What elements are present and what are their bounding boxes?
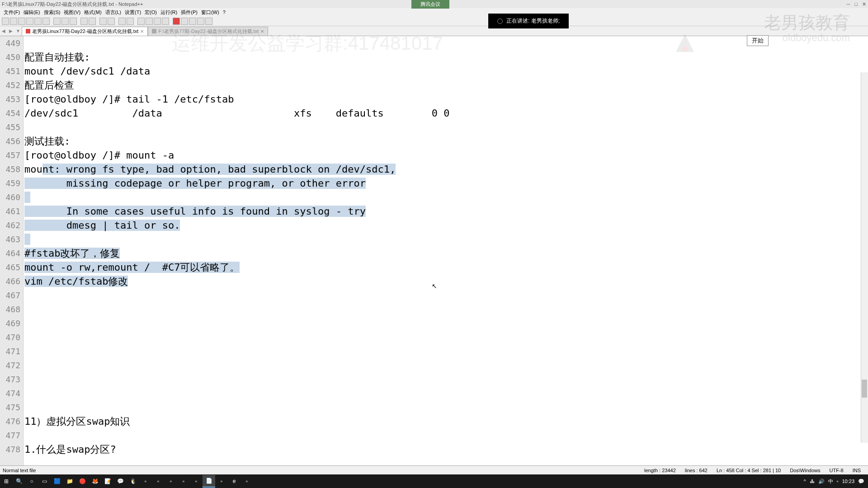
record-macro-button[interactable] xyxy=(173,18,180,25)
menu-search[interactable]: 搜索(S) xyxy=(42,9,62,16)
close-file-button[interactable] xyxy=(34,18,42,25)
code-line[interactable] xyxy=(24,232,868,246)
save-button[interactable] xyxy=(18,18,25,25)
code-line[interactable] xyxy=(24,190,868,204)
save-macro-button[interactable] xyxy=(205,18,212,25)
maximize-button[interactable]: □ xyxy=(854,1,858,7)
indent-button[interactable] xyxy=(154,18,161,25)
code-content[interactable]: 配置自动挂载:mount /dev/sdc1 /data配置后检查[root@o… xyxy=(24,36,868,465)
taskbar-app[interactable]: 🔴 xyxy=(76,475,89,488)
code-line[interactable]: [root@oldboy /]# mount -a xyxy=(24,148,868,162)
code-line[interactable] xyxy=(24,120,868,134)
code-line[interactable] xyxy=(24,302,868,316)
tray-chevron-icon[interactable]: ^ xyxy=(803,479,806,484)
code-line[interactable]: vim /etc/fstab修改 xyxy=(24,274,868,288)
code-line[interactable]: 测试挂载: xyxy=(24,134,868,148)
scroll-thumb[interactable] xyxy=(862,380,867,398)
code-line[interactable]: missing codepage or helper program, or o… xyxy=(24,176,868,190)
taskbar-app[interactable]: ▫ xyxy=(152,475,165,488)
code-line[interactable]: mount: wrong fs type, bad option, bad su… xyxy=(24,162,868,176)
zoom-in-button[interactable] xyxy=(118,18,126,25)
code-line[interactable]: 1.什么是swap分区? xyxy=(24,442,868,456)
vertical-scrollbar[interactable] xyxy=(861,72,868,443)
taskbar-app[interactable]: 🟦 xyxy=(51,475,63,488)
tray-clock[interactable]: 10:23 xyxy=(842,479,854,484)
wordwrap-button[interactable] xyxy=(137,18,145,25)
code-line[interactable] xyxy=(24,344,868,358)
code-line[interactable] xyxy=(24,288,868,302)
tab-inactive[interactable]: F:\老男孩77期-Day22-磁盘分区格式化挂载.txt ✕ xyxy=(148,27,268,36)
outdent-button[interactable] xyxy=(162,18,169,25)
menu-run[interactable]: 运行(R) xyxy=(159,9,179,16)
minimize-button[interactable]: ─ xyxy=(847,1,850,7)
taskbar-app[interactable]: 🦊 xyxy=(89,475,101,488)
taskbar-app[interactable]: 🐧 xyxy=(127,475,139,488)
tray-ime-icon[interactable]: 中 xyxy=(828,478,833,485)
taskbar-app[interactable]: ▫ xyxy=(177,475,190,488)
print-button[interactable] xyxy=(42,18,50,25)
cut-button[interactable] xyxy=(53,18,61,25)
code-line[interactable] xyxy=(24,400,868,414)
search-button[interactable]: 🔍 xyxy=(13,475,25,488)
code-line[interactable]: dmesg | tail or so. xyxy=(24,218,868,232)
redo-button[interactable] xyxy=(89,18,96,25)
code-line[interactable]: mount -o rw,remount / #C7可以省略了。 xyxy=(24,260,868,274)
code-line[interactable] xyxy=(24,372,868,386)
taskbar-app[interactable]: ▫ xyxy=(190,475,203,488)
taskview-button[interactable]: ▭ xyxy=(38,475,51,488)
replace-button[interactable] xyxy=(108,18,115,25)
code-line[interactable]: /dev/sdc1 /data xfs defaults 0 0 xyxy=(24,106,868,120)
close-button[interactable]: ✕ xyxy=(862,1,866,7)
code-line[interactable] xyxy=(24,36,868,50)
tray-network-icon[interactable]: 🖧 xyxy=(810,479,815,484)
taskbar-app[interactable]: ▫ xyxy=(241,475,253,488)
zoom-out-button[interactable] xyxy=(127,18,134,25)
code-line[interactable] xyxy=(24,358,868,372)
start-menu-button[interactable]: ⊞ xyxy=(0,475,13,488)
code-line[interactable] xyxy=(24,330,868,344)
taskbar-app[interactable]: 📝 xyxy=(101,475,114,488)
system-tray[interactable]: ^ 🖧 🔊 中 ▫ 10:23 💬 xyxy=(803,478,868,485)
taskbar-app[interactable]: ▫ xyxy=(139,475,152,488)
new-file-button[interactable] xyxy=(2,18,9,25)
tab-close-icon[interactable]: ✕ xyxy=(140,29,144,34)
menu-file[interactable]: 文件(F) xyxy=(2,9,22,16)
tab-close-icon[interactable]: ✕ xyxy=(260,29,264,34)
menu-plugins[interactable]: 插件(P) xyxy=(179,9,199,16)
tab-active[interactable]: 老男孩Linux77期-Day22-磁盘分区格式化挂载.txt ✕ xyxy=(22,27,148,36)
code-line[interactable] xyxy=(24,428,868,442)
tab-dropdown-button[interactable]: ▼ xyxy=(14,28,22,35)
menu-settings[interactable]: 设置(T) xyxy=(123,9,143,16)
play-macro-button[interactable] xyxy=(189,18,196,25)
tray-app-icon[interactable]: ▫ xyxy=(837,479,839,484)
editor[interactable]: 4494504514524534544554564574584594604614… xyxy=(0,36,868,465)
taskbar-app[interactable]: ▫ xyxy=(165,475,177,488)
open-file-button[interactable] xyxy=(10,18,17,25)
stop-macro-button[interactable] xyxy=(181,18,188,25)
code-line[interactable]: In some cases useful info is found in sy… xyxy=(24,204,868,218)
code-line[interactable]: [root@oldboy /]# tail -1 /etc/fstab xyxy=(24,92,868,106)
taskbar-ie[interactable]: e xyxy=(228,475,241,488)
code-line[interactable]: 配置自动挂载: xyxy=(24,50,868,64)
taskbar-app[interactable]: 📁 xyxy=(63,475,76,488)
menu-macro[interactable]: 宏(O) xyxy=(143,9,159,16)
tab-prev-button[interactable]: ◀ xyxy=(0,28,7,35)
menu-language[interactable]: 语言(L) xyxy=(104,9,123,16)
code-line[interactable] xyxy=(24,386,868,400)
tray-volume-icon[interactable]: 🔊 xyxy=(818,479,825,484)
play-multi-button[interactable] xyxy=(197,18,204,25)
menu-window[interactable]: 窗口(W) xyxy=(199,9,221,16)
showall-button[interactable] xyxy=(146,18,153,25)
cortana-button[interactable]: ○ xyxy=(25,475,38,488)
taskbar-app[interactable]: ▫ xyxy=(215,475,228,488)
code-line[interactable]: #fstab改坏了，修复 xyxy=(24,246,868,260)
menu-edit[interactable]: 编辑(E) xyxy=(22,9,42,16)
tab-next-button[interactable]: ▶ xyxy=(7,28,14,35)
tray-notifications-icon[interactable]: 💬 xyxy=(858,479,864,484)
start-recording-button[interactable]: 开始 xyxy=(747,35,769,46)
menu-format[interactable]: 格式(M) xyxy=(82,9,104,16)
paste-button[interactable] xyxy=(70,18,77,25)
copy-button[interactable] xyxy=(61,18,69,25)
taskbar-notepadpp[interactable]: 📄 xyxy=(203,475,215,488)
code-line[interactable]: mount /dev/sdc1 /data xyxy=(24,64,868,78)
